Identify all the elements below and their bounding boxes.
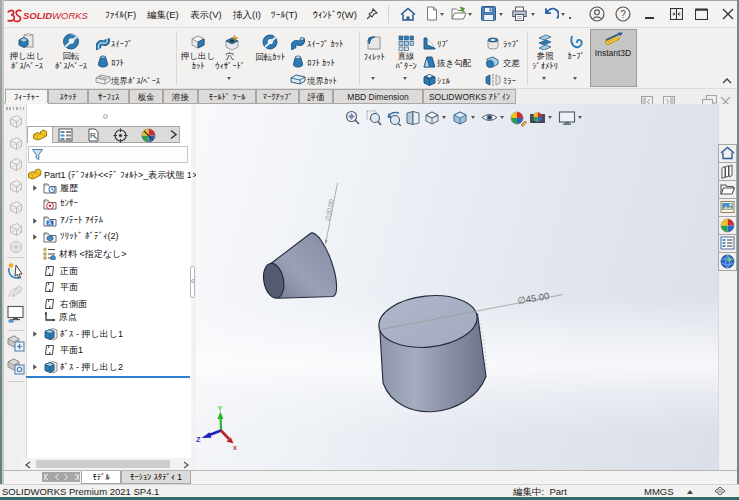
svg-text:∅20.00: ∅20.00	[324, 198, 335, 221]
svg-text:Z: Z	[196, 435, 201, 444]
svg-text:∅45.00: ∅45.00	[517, 290, 550, 306]
svg-text:x: x	[233, 444, 237, 451]
svg-text:R: R	[90, 131, 96, 140]
svg-text:A: A	[48, 220, 52, 226]
svg-text:?: ?	[620, 9, 626, 20]
svg-text:Y: Y	[218, 404, 223, 413]
